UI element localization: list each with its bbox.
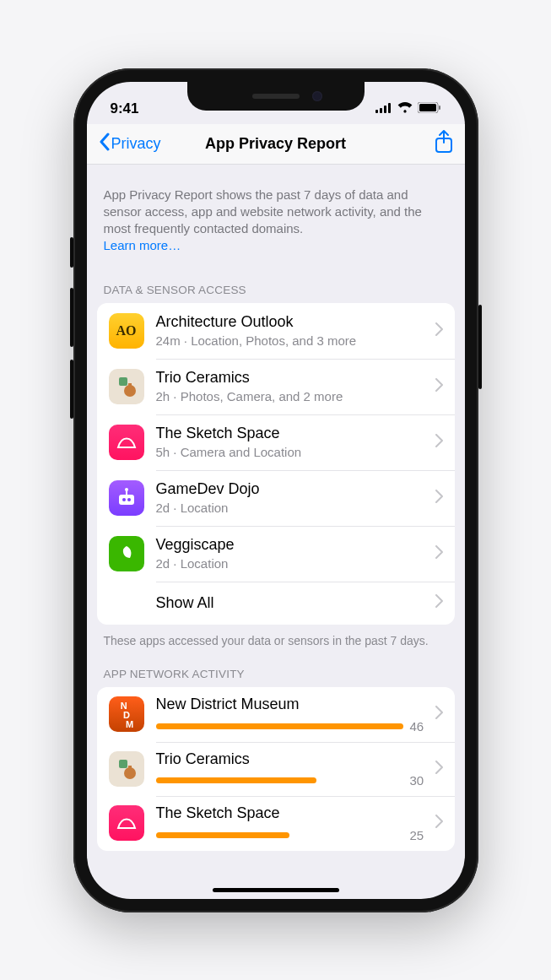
chevron-right-icon <box>435 434 443 451</box>
svg-point-13 <box>127 498 131 501</box>
learn-more-link[interactable]: Learn more… <box>104 238 181 252</box>
svg-rect-0 <box>375 110 378 113</box>
svg-rect-16 <box>119 760 127 768</box>
svg-point-15 <box>125 488 128 491</box>
data-sensor-list: AOArchitecture Outlook24m · Location, Ph… <box>97 303 455 625</box>
svg-point-9 <box>124 385 136 397</box>
activity-value: 46 <box>410 719 430 734</box>
phone-frame: 9:41 Privacy App Privacy Report <box>73 68 478 912</box>
wifi-icon <box>397 100 413 117</box>
app-icon <box>109 480 144 516</box>
chevron-right-icon <box>435 706 443 723</box>
svg-rect-1 <box>380 108 382 113</box>
svg-rect-3 <box>388 103 391 113</box>
app-name: New District Museum <box>156 696 430 714</box>
app-name: Architecture Outlook <box>156 313 430 332</box>
data-sensor-row[interactable]: AOArchitecture Outlook24m · Location, Ph… <box>97 303 455 359</box>
app-icon <box>109 805 144 841</box>
data-sensor-row[interactable]: Trio Ceramics2h · Photos, Camera, and 2 … <box>97 359 455 414</box>
share-icon <box>435 142 453 156</box>
back-button[interactable]: Privacy <box>99 133 161 155</box>
nav-bar: Privacy App Privacy Report <box>87 124 465 165</box>
app-detail: 24m · Location, Photos, and 3 more <box>156 333 430 348</box>
network-row[interactable]: The Sketch Space25 <box>97 796 455 851</box>
show-all-label: Show All <box>156 594 430 613</box>
chevron-right-icon <box>435 378 443 395</box>
app-icon <box>109 425 144 460</box>
svg-rect-10 <box>128 383 132 386</box>
back-label: Privacy <box>111 135 161 153</box>
battery-icon <box>418 100 441 117</box>
app-detail: 2d · Location <box>156 501 430 515</box>
app-icon <box>109 536 144 571</box>
app-name: Trio Ceramics <box>156 750 430 769</box>
data-sensor-row[interactable]: GameDev Dojo2d · Location <box>97 470 455 526</box>
app-icon: AO <box>109 313 144 349</box>
section-header-network: APP NETWORK ACTIVITY <box>87 649 465 687</box>
intro-block: App Privacy Report shows the past 7 days… <box>87 165 465 265</box>
home-indicator[interactable] <box>213 888 339 892</box>
activity-value: 25 <box>410 828 430 842</box>
svg-rect-11 <box>119 495 134 505</box>
chevron-right-icon <box>435 761 443 777</box>
activity-bar <box>156 777 403 783</box>
status-time: 9:41 <box>111 100 139 117</box>
app-icon <box>109 369 144 404</box>
app-detail: 2d · Location <box>156 556 430 571</box>
chevron-right-icon <box>435 815 443 831</box>
cellular-icon <box>375 100 392 117</box>
activity-value: 30 <box>410 773 430 788</box>
svg-rect-18 <box>128 766 132 768</box>
share-button[interactable] <box>435 130 453 157</box>
screen: 9:41 Privacy App Privacy Report <box>87 82 465 899</box>
data-sensor-row[interactable]: The Sketch Space5h · Camera and Location <box>97 414 455 470</box>
app-name: Trio Ceramics <box>156 369 430 387</box>
intro-text: App Privacy Report shows the past 7 days… <box>104 187 422 236</box>
section-footer-data-sensor: These apps accessed your data or sensors… <box>87 625 465 649</box>
svg-point-17 <box>124 767 136 779</box>
svg-rect-6 <box>439 106 440 110</box>
app-name: GameDev Dojo <box>156 480 430 499</box>
show-all-row[interactable]: Show All <box>97 582 455 625</box>
data-sensor-row[interactable]: Veggiscape2d · Location <box>97 526 455 582</box>
network-row[interactable]: N D MNew District Museum46 <box>97 687 455 742</box>
network-list: N D MNew District Museum46Trio Ceramics3… <box>97 687 455 851</box>
activity-bar <box>156 832 403 838</box>
app-name: Veggiscape <box>156 536 430 555</box>
app-detail: 5h · Camera and Location <box>156 445 430 459</box>
app-icon <box>109 751 144 787</box>
chevron-right-icon <box>435 490 443 506</box>
app-name: The Sketch Space <box>156 425 430 443</box>
section-header-data-sensor: DATA & SENSOR ACCESS <box>87 265 465 303</box>
svg-point-12 <box>122 498 126 501</box>
svg-rect-5 <box>419 104 436 111</box>
content: App Privacy Report shows the past 7 days… <box>87 165 465 899</box>
chevron-right-icon <box>435 545 443 562</box>
app-icon: N D M <box>109 696 144 732</box>
activity-bar <box>156 723 403 729</box>
network-row[interactable]: Trio Ceramics30 <box>97 742 455 797</box>
app-name: The Sketch Space <box>156 804 430 823</box>
svg-rect-8 <box>119 377 127 386</box>
notch <box>187 82 365 111</box>
app-detail: 2h · Photos, Camera, and 2 more <box>156 389 430 403</box>
svg-rect-2 <box>384 106 386 113</box>
chevron-right-icon <box>435 594 443 611</box>
chevron-right-icon <box>435 322 443 339</box>
chevron-left-icon <box>99 133 110 155</box>
